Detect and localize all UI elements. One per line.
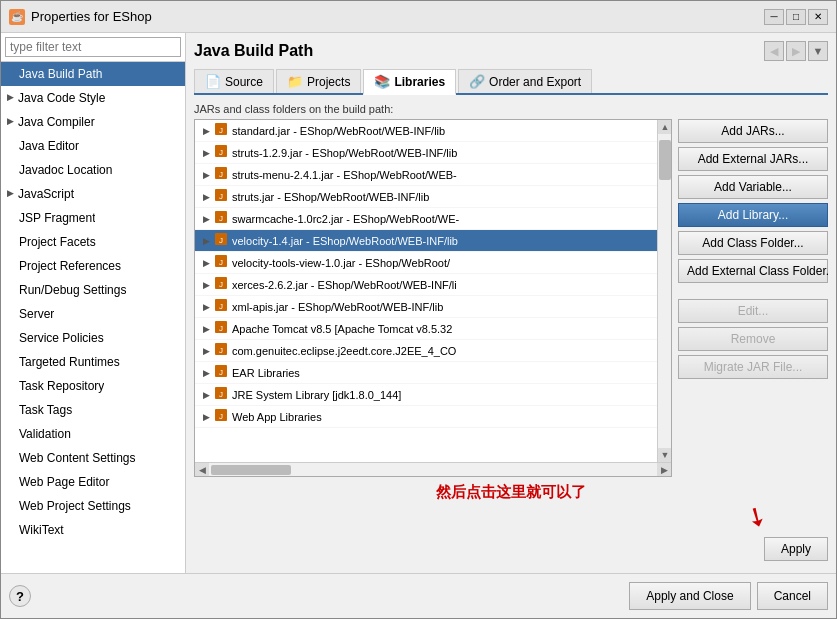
tab-projects[interactable]: 📁Projects — [276, 69, 361, 93]
svg-text:J: J — [219, 346, 223, 355]
table-row[interactable]: ▶Jswarmcache-1.0rc2.jar - EShop/WebRoot/… — [195, 208, 657, 230]
sidebar-item-java-editor[interactable]: Java Editor — [1, 134, 185, 158]
window-controls: ─ □ ✕ — [764, 9, 828, 25]
annotation-text: 然后点击这里就可以了 — [194, 483, 828, 502]
sidebar-item-project-facets[interactable]: Project Facets — [1, 230, 185, 254]
svg-text:J: J — [219, 170, 223, 179]
table-row[interactable]: ▶Jvelocity-1.4.jar - EShop/WebRoot/WEB-I… — [195, 230, 657, 252]
tab-libraries[interactable]: 📚Libraries — [363, 69, 456, 95]
help-button[interactable]: ? — [9, 585, 31, 607]
sidebar-item-server[interactable]: Server — [1, 302, 185, 326]
sidebar-item-java-build-path[interactable]: Java Build Path — [1, 62, 185, 86]
sidebar-item-web-content-settings[interactable]: Web Content Settings — [1, 446, 185, 470]
tab-source[interactable]: 📄Source — [194, 69, 274, 93]
projects-tab-label: Projects — [307, 75, 350, 89]
sidebar-item-label: JSP Fragment — [19, 209, 95, 227]
table-row[interactable]: ▶Jstruts.jar - EShop/WebRoot/WEB-INF/lib — [195, 186, 657, 208]
dropdown-button[interactable]: ▼ — [808, 41, 828, 61]
row-label: EAR Libraries — [232, 367, 300, 379]
sidebar-item-javadoc-location[interactable]: Javadoc Location — [1, 158, 185, 182]
sidebar-item-javascript[interactable]: ▶JavaScript — [1, 182, 185, 206]
svg-text:J: J — [219, 192, 223, 201]
source-tab-icon: 📄 — [205, 74, 221, 89]
add-jars-button[interactable]: Add JARs... — [678, 119, 828, 143]
table-row[interactable]: ▶Jcom.genuitec.eclipse.j2eedt.core.J2EE_… — [195, 340, 657, 362]
add-class-folder-button[interactable]: Add Class Folder... — [678, 231, 828, 255]
filter-input[interactable] — [5, 37, 181, 57]
back-button[interactable]: ◀ — [764, 41, 784, 61]
projects-tab-icon: 📁 — [287, 74, 303, 89]
maximize-button[interactable]: □ — [786, 9, 806, 25]
nav-arrows: ◀ ▶ ▼ — [764, 41, 828, 61]
sidebar-item-targeted-runtimes[interactable]: Targeted Runtimes — [1, 350, 185, 374]
sidebar-item-service-policies[interactable]: Service Policies — [1, 326, 185, 350]
row-expand-icon: ▶ — [203, 346, 210, 356]
horizontal-scrollbar[interactable]: ◀ ▶ — [195, 462, 671, 476]
main-area: Java Build Path▶Java Code Style▶Java Com… — [1, 33, 836, 573]
table-row[interactable]: ▶JEAR Libraries — [195, 362, 657, 384]
close-button[interactable]: ✕ — [808, 9, 828, 25]
row-type-icon: J — [214, 166, 228, 183]
add-library-button[interactable]: Add Library... — [678, 203, 828, 227]
row-type-icon: J — [214, 320, 228, 337]
tab-order-export[interactable]: 🔗Order and Export — [458, 69, 592, 93]
add-external-class-folder-button[interactable]: Add External Class Folder... — [678, 259, 828, 283]
row-label: velocity-tools-view-1.0.jar - EShop/WebR… — [232, 257, 450, 269]
sidebar-item-run-debug-settings[interactable]: Run/Debug Settings — [1, 278, 185, 302]
row-type-icon: J — [214, 276, 228, 293]
sidebar-item-project-references[interactable]: Project References — [1, 254, 185, 278]
minimize-button[interactable]: ─ — [764, 9, 784, 25]
table-row[interactable]: ▶Jstandard.jar - EShop/WebRoot/WEB-INF/l… — [195, 120, 657, 142]
row-type-icon: J — [214, 144, 228, 161]
row-expand-icon: ▶ — [203, 324, 210, 334]
window-icon: ☕ — [9, 9, 25, 25]
sidebar-item-java-code-style[interactable]: ▶Java Code Style — [1, 86, 185, 110]
row-expand-icon: ▶ — [203, 390, 210, 400]
sidebar-item-validation[interactable]: Validation — [1, 422, 185, 446]
table-row[interactable]: ▶JApache Tomcat v8.5 [Apache Tomcat v8.5… — [195, 318, 657, 340]
forward-button[interactable]: ▶ — [786, 41, 806, 61]
apply-and-close-button[interactable]: Apply and Close — [629, 582, 750, 610]
source-tab-label: Source — [225, 75, 263, 89]
sidebar-item-wikitext[interactable]: WikiText — [1, 518, 185, 542]
sidebar-item-label: Java Build Path — [19, 65, 102, 83]
row-type-icon: J — [214, 188, 228, 205]
sidebar-item-label: Web Content Settings — [19, 449, 136, 467]
add-external-jars-button[interactable]: Add External JARs... — [678, 147, 828, 171]
table-row[interactable]: ▶Jstruts-menu-2.4.1.jar - EShop/WebRoot/… — [195, 164, 657, 186]
sidebar-item-web-project-settings[interactable]: Web Project Settings — [1, 494, 185, 518]
sidebar-item-label: Javadoc Location — [19, 161, 112, 179]
vertical-scrollbar[interactable]: ▲ ▼ — [657, 120, 671, 462]
sidebar-item-task-repository[interactable]: Task Repository — [1, 374, 185, 398]
table-row[interactable]: ▶Jstruts-1.2.9.jar - EShop/WebRoot/WEB-I… — [195, 142, 657, 164]
row-type-icon: J — [214, 408, 228, 425]
table-list[interactable]: ▶Jstandard.jar - EShop/WebRoot/WEB-INF/l… — [195, 120, 657, 462]
table-row[interactable]: ▶Jvelocity-tools-view-1.0.jar - EShop/We… — [195, 252, 657, 274]
properties-window: ☕ Properties for EShop ─ □ ✕ Java Build … — [0, 0, 837, 619]
apply-button[interactable]: Apply — [764, 537, 828, 561]
row-label: velocity-1.4.jar - EShop/WebRoot/WEB-INF… — [232, 235, 458, 247]
row-label: swarmcache-1.0rc2.jar - EShop/WebRoot/WE… — [232, 213, 459, 225]
scrollbar-thumb — [659, 140, 671, 180]
sidebar-item-task-tags[interactable]: Task Tags — [1, 398, 185, 422]
sidebar-item-jsp-fragment[interactable]: JSP Fragment — [1, 206, 185, 230]
expand-arrow-icon: ▶ — [7, 115, 14, 129]
row-label: standard.jar - EShop/WebRoot/WEB-INF/lib — [232, 125, 445, 137]
sidebar-filter-area — [1, 33, 185, 62]
add-variable-button[interactable]: Add Variable... — [678, 175, 828, 199]
row-label: xerces-2.6.2.jar - EShop/WebRoot/WEB-INF… — [232, 279, 457, 291]
table-row[interactable]: ▶JWeb App Libraries — [195, 406, 657, 428]
cancel-button[interactable]: Cancel — [757, 582, 828, 610]
table-row[interactable]: ▶Jxml-apis.jar - EShop/WebRoot/WEB-INF/l… — [195, 296, 657, 318]
table-row[interactable]: ▶Jxerces-2.6.2.jar - EShop/WebRoot/WEB-I… — [195, 274, 657, 296]
sidebar-item-web-page-editor[interactable]: Web Page Editor — [1, 470, 185, 494]
svg-text:J: J — [219, 302, 223, 311]
migrate-jar-button: Migrate JAR File... — [678, 355, 828, 379]
sidebar-item-java-compiler[interactable]: ▶Java Compiler — [1, 110, 185, 134]
row-type-icon: J — [214, 254, 228, 271]
sidebar-item-label: Web Page Editor — [19, 473, 110, 491]
sidebar-item-label: Web Project Settings — [19, 497, 131, 515]
table-row[interactable]: ▶JJRE System Library [jdk1.8.0_144] — [195, 384, 657, 406]
edit-button: Edit... — [678, 299, 828, 323]
bottom-left: ? — [9, 585, 31, 607]
